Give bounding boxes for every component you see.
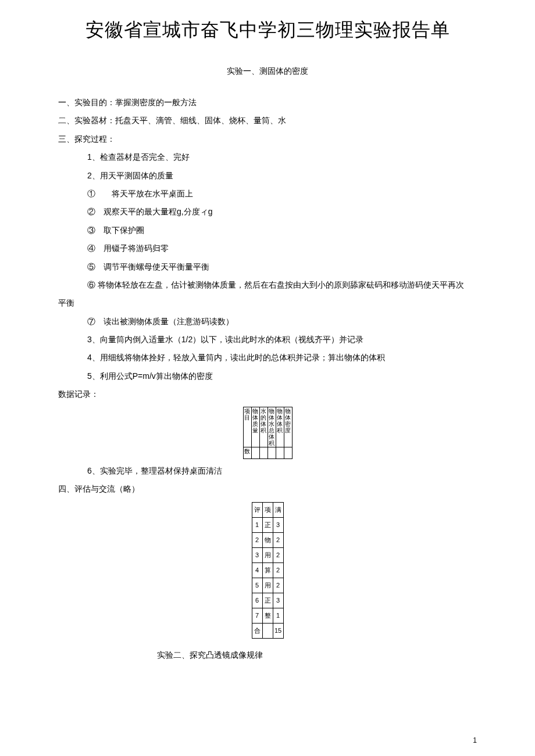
t1-r1c3: 水的体积 [259, 407, 268, 447]
t2-r8c3: 15 [273, 624, 283, 639]
t2-r1c1: 1 [252, 518, 262, 533]
t2-r5c1: 5 [252, 578, 262, 593]
t2-r8c2 [262, 624, 273, 639]
t1-r2c5 [276, 447, 284, 458]
data-table-1: 项目 物体质量 水的体积 物体水总体积 物体体积 物体密度 数 [243, 407, 293, 459]
t2-r2c1: 2 [252, 533, 262, 548]
t2-r8c1: 合 [252, 624, 262, 639]
t2-r5c3: 2 [273, 578, 283, 593]
exp1-p6: 6、实验完毕，整理器材保持桌面清洁 [58, 463, 477, 479]
t2-h1: 评 [252, 503, 262, 518]
t2-r3c2: 用 [262, 548, 273, 563]
t2-r6c1: 6 [252, 593, 262, 608]
exp1-s2: 二、实验器材：托盘天平、滴管、细线、固体、烧杯、量筒、水 [58, 112, 477, 129]
exp1-p1: 1、检查器材是否完全、完好 [58, 149, 477, 166]
t1-r1c4: 物体水总体积 [268, 407, 276, 447]
t2-r3c3: 2 [273, 548, 283, 563]
t2-r2c2: 物 [262, 533, 273, 548]
exp1-c5: ⑤ 调节平衡螺母使天平衡量平衡 [58, 259, 477, 275]
t2-r4c3: 2 [273, 563, 283, 578]
t1-r2c2 [251, 447, 259, 458]
exp1-c2: ② 观察天平的最大量程g,分度ィg [58, 203, 477, 220]
t2-r6c3: 3 [273, 593, 283, 608]
exp1-c3: ③ 取下保护圈 [58, 222, 477, 239]
exp1-subtitle: 实验一、测固体的密度 [58, 66, 477, 77]
t2-r2c3: 2 [273, 533, 283, 548]
t1-r2c4 [268, 447, 276, 458]
exp1-c6b: 平衡 [58, 295, 477, 311]
t2-r7c2: 整 [262, 608, 273, 624]
t2-r4c1: 4 [252, 563, 262, 578]
t2-r6c2: 正 [262, 593, 273, 608]
exp1-s4: 四、评估与交流（略） [58, 481, 477, 497]
exp1-record: 数据记录： [58, 386, 477, 403]
exp1-s1: 一、实验目的：掌握测密度的一般方法 [58, 94, 477, 111]
t1-r1c2: 物体质量 [251, 407, 259, 447]
exp2-subtitle: 实验二、探究凸透镜成像规律 [58, 650, 477, 661]
t2-r7c1: 7 [252, 608, 262, 624]
t1-r1c6: 物体密度 [284, 407, 292, 447]
t2-r4c2: 算 [262, 563, 273, 578]
t1-r1c1: 项目 [243, 407, 251, 447]
t2-h3: 满 [273, 503, 283, 518]
page-title: 安徽省宣城市奋飞中学初三物理实验报告单 [58, 17, 477, 43]
exp1-p4: 4、用细线将物体拴好，轻放入量筒内，读出此时的总体积并记录；算出物体的体积 [58, 349, 477, 366]
exp1-c7: ⑦ 读出被测物体质量（注意游码读数） [58, 313, 477, 330]
t1-r2c6 [284, 447, 292, 458]
data-table-2: 评 项 满 1 正 3 2 物 2 3 用 2 4 算 2 5 用 2 6 正 … [252, 502, 284, 639]
t1-r2c3 [259, 447, 268, 458]
t2-r5c2: 用 [262, 578, 273, 593]
page-number: 1 [473, 736, 477, 744]
exp1-p5: 5、利用公式P=m/v算出物体的密度 [58, 368, 477, 385]
t2-r7c3: 1 [273, 608, 283, 624]
exp1-p2: 2、用天平测固体的质量 [58, 167, 477, 184]
exp1-s3: 三、探究过程： [58, 131, 477, 148]
t2-r1c3: 3 [273, 518, 283, 533]
t2-h2: 项 [262, 503, 273, 518]
exp1-c1: ① 将天平放在水平桌面上 [58, 185, 477, 202]
t2-r1c2: 正 [262, 518, 273, 533]
exp1-p3: 3、向量筒内倒入适量水（1/2）以下，读出此时水的体积（视线齐平）并记录 [58, 331, 477, 348]
exp1-c4: ④ 用镊子将游码归零 [58, 240, 477, 257]
t1-r1c5: 物体体积 [276, 407, 284, 447]
t1-r2c1: 数 [243, 447, 251, 458]
t2-r3c1: 3 [252, 548, 262, 563]
exp1-c6: ⑥ 将物体轻放在左盘，估计被测物体质量，然后在右盘按由大到小的原则舔家砝码和移动… [58, 277, 477, 293]
